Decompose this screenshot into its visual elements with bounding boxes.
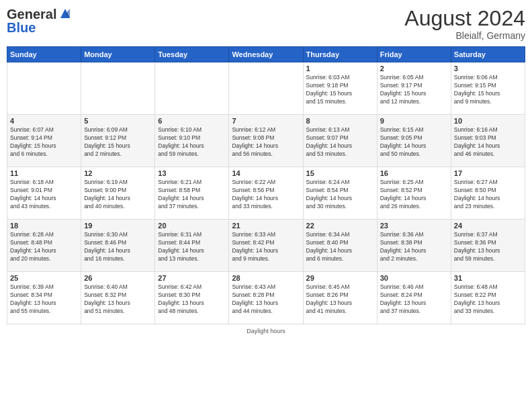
day-number: 3 [454,64,522,73]
day-info: Sunrise: 6:36 AM Sunset: 8:38 PM Dayligh… [380,231,448,263]
calendar-cell: 2Sunrise: 6:05 AM Sunset: 9:17 PM Daylig… [377,62,451,115]
day-info: Sunrise: 6:33 AM Sunset: 8:42 PM Dayligh… [232,231,300,263]
col-friday: Friday [377,47,451,62]
calendar-cell [155,62,229,115]
day-number: 6 [158,117,226,125]
col-sunday: Sunday [7,47,81,62]
day-info: Sunrise: 6:48 AM Sunset: 8:22 PM Dayligh… [454,283,522,316]
day-info: Sunrise: 6:05 AM Sunset: 9:17 PM Dayligh… [380,74,448,106]
day-number: 12 [84,169,152,177]
day-info: Sunrise: 6:24 AM Sunset: 8:54 PM Dayligh… [306,179,374,211]
day-number: 14 [232,169,300,177]
day-info: Sunrise: 6:12 AM Sunset: 9:08 PM Dayligh… [232,126,300,158]
col-thursday: Thursday [303,47,377,62]
day-number: 4 [10,117,78,125]
calendar-cell: 19Sunrise: 6:30 AM Sunset: 8:46 PM Dayli… [81,220,155,272]
day-info: Sunrise: 6:21 AM Sunset: 8:58 PM Dayligh… [158,179,226,211]
day-number: 25 [10,274,78,282]
calendar-cell: 25Sunrise: 6:39 AM Sunset: 8:34 PM Dayli… [7,272,81,324]
day-info: Sunrise: 6:45 AM Sunset: 8:26 PM Dayligh… [306,283,374,316]
day-info: Sunrise: 6:46 AM Sunset: 8:24 PM Dayligh… [380,283,448,316]
page: General Blue August 2024 Bleialf, German… [0,0,532,411]
calendar-cell: 29Sunrise: 6:45 AM Sunset: 8:26 PM Dayli… [303,272,377,324]
col-tuesday: Tuesday [155,47,229,62]
day-number: 18 [10,222,78,230]
day-info: Sunrise: 6:34 AM Sunset: 8:40 PM Dayligh… [306,231,374,263]
calendar-cell: 30Sunrise: 6:46 AM Sunset: 8:24 PM Dayli… [377,272,451,324]
calendar-cell: 22Sunrise: 6:34 AM Sunset: 8:40 PM Dayli… [303,220,377,272]
day-info: Sunrise: 6:19 AM Sunset: 9:00 PM Dayligh… [84,179,152,211]
calendar-cell: 10Sunrise: 6:16 AM Sunset: 9:03 PM Dayli… [451,115,525,167]
footer-text: Daylight hours [247,328,285,334]
day-info: Sunrise: 6:30 AM Sunset: 8:46 PM Dayligh… [84,231,152,263]
calendar-header-row: Sunday Monday Tuesday Wednesday Thursday… [7,47,525,62]
day-info: Sunrise: 6:28 AM Sunset: 8:48 PM Dayligh… [10,231,78,263]
day-number: 7 [232,117,300,125]
day-info: Sunrise: 6:39 AM Sunset: 8:34 PM Dayligh… [10,283,78,316]
location: Bleialf, Germany [404,30,525,41]
day-number: 16 [380,169,448,177]
calendar-cell: 9Sunrise: 6:15 AM Sunset: 9:05 PM Daylig… [377,115,451,167]
calendar-cell: 17Sunrise: 6:27 AM Sunset: 8:50 PM Dayli… [451,167,525,220]
calendar-week-2: 4Sunrise: 6:07 AM Sunset: 9:14 PM Daylig… [7,115,525,167]
calendar-cell: 15Sunrise: 6:24 AM Sunset: 8:54 PM Dayli… [303,167,377,220]
calendar-cell: 1Sunrise: 6:03 AM Sunset: 9:18 PM Daylig… [303,62,377,115]
day-info: Sunrise: 6:37 AM Sunset: 8:36 PM Dayligh… [454,231,522,263]
logo-blue-text: Blue [7,20,73,35]
day-info: Sunrise: 6:31 AM Sunset: 8:44 PM Dayligh… [158,231,226,263]
day-number: 26 [84,274,152,282]
calendar-cell: 20Sunrise: 6:31 AM Sunset: 8:44 PM Dayli… [155,220,229,272]
calendar-cell: 12Sunrise: 6:19 AM Sunset: 9:00 PM Dayli… [81,167,155,220]
calendar-cell: 31Sunrise: 6:48 AM Sunset: 8:22 PM Dayli… [451,272,525,324]
day-info: Sunrise: 6:40 AM Sunset: 8:32 PM Dayligh… [84,283,152,316]
calendar-cell [81,62,155,115]
calendar-cell: 11Sunrise: 6:18 AM Sunset: 9:01 PM Dayli… [7,167,81,220]
day-number: 11 [10,169,78,177]
calendar-week-4: 18Sunrise: 6:28 AM Sunset: 8:48 PM Dayli… [7,220,525,272]
day-number: 31 [454,274,522,282]
calendar-cell: 7Sunrise: 6:12 AM Sunset: 9:08 PM Daylig… [229,115,303,167]
day-info: Sunrise: 6:10 AM Sunset: 9:10 PM Dayligh… [158,126,226,158]
calendar-cell: 26Sunrise: 6:40 AM Sunset: 8:32 PM Dayli… [81,272,155,324]
day-info: Sunrise: 6:25 AM Sunset: 8:52 PM Dayligh… [380,179,448,211]
day-number: 28 [232,274,300,282]
day-number: 10 [454,117,522,125]
calendar-cell [229,62,303,115]
month-year: August 2024 [404,7,525,30]
calendar-cell: 24Sunrise: 6:37 AM Sunset: 8:36 PM Dayli… [451,220,525,272]
calendar-week-3: 11Sunrise: 6:18 AM Sunset: 9:01 PM Dayli… [7,167,525,220]
day-number: 23 [380,222,448,230]
day-info: Sunrise: 6:43 AM Sunset: 8:28 PM Dayligh… [232,283,300,316]
calendar-cell: 16Sunrise: 6:25 AM Sunset: 8:52 PM Dayli… [377,167,451,220]
calendar-cell: 23Sunrise: 6:36 AM Sunset: 8:38 PM Dayli… [377,220,451,272]
day-number: 15 [306,169,374,177]
day-info: Sunrise: 6:42 AM Sunset: 8:30 PM Dayligh… [158,283,226,316]
calendar-week-1: 1Sunrise: 6:03 AM Sunset: 9:18 PM Daylig… [7,62,525,115]
day-info: Sunrise: 6:16 AM Sunset: 9:03 PM Dayligh… [454,126,522,158]
day-number: 8 [306,117,374,125]
calendar-cell: 18Sunrise: 6:28 AM Sunset: 8:48 PM Dayli… [7,220,81,272]
calendar-cell [7,62,81,115]
day-info: Sunrise: 6:22 AM Sunset: 8:56 PM Dayligh… [232,179,300,211]
calendar-cell: 21Sunrise: 6:33 AM Sunset: 8:42 PM Dayli… [229,220,303,272]
calendar-cell: 28Sunrise: 6:43 AM Sunset: 8:28 PM Dayli… [229,272,303,324]
day-number: 1 [306,64,374,73]
day-number: 22 [306,222,374,230]
logo-icon [58,6,73,21]
calendar-week-5: 25Sunrise: 6:39 AM Sunset: 8:34 PM Dayli… [7,272,525,324]
calendar-cell: 5Sunrise: 6:09 AM Sunset: 9:12 PM Daylig… [81,115,155,167]
day-number: 21 [232,222,300,230]
day-number: 9 [380,117,448,125]
calendar-cell: 3Sunrise: 6:06 AM Sunset: 9:15 PM Daylig… [451,62,525,115]
day-number: 20 [158,222,226,230]
day-number: 30 [380,274,448,282]
day-info: Sunrise: 6:09 AM Sunset: 9:12 PM Dayligh… [84,126,152,158]
day-number: 24 [454,222,522,230]
calendar: Sunday Monday Tuesday Wednesday Thursday… [7,46,525,324]
col-monday: Monday [81,47,155,62]
day-info: Sunrise: 6:18 AM Sunset: 9:01 PM Dayligh… [10,179,78,211]
col-saturday: Saturday [451,47,525,62]
day-number: 13 [158,169,226,177]
day-info: Sunrise: 6:15 AM Sunset: 9:05 PM Dayligh… [380,126,448,158]
day-number: 2 [380,64,448,73]
